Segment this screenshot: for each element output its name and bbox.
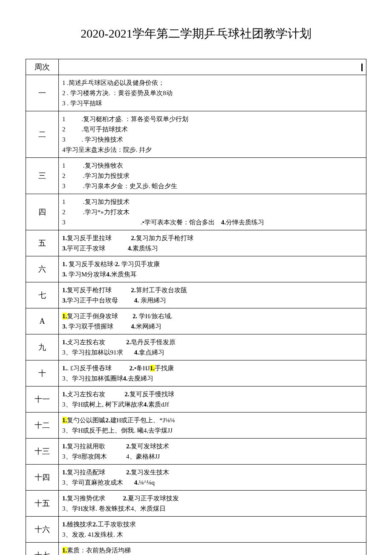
item-number: 2. xyxy=(123,495,128,502)
table-row: 四1 .复习加力报技术2 .学习*»力打攻木3 .•学可表本次餐：馆合多出 4.… xyxy=(26,194,366,230)
item-number: 2. xyxy=(115,261,120,267)
content-cell: 1.攴习左投右攻 2.复可反手慢找球3、学H或树上, 树下武琳故求4.素质dJf xyxy=(59,386,366,413)
content-cell: 1.素质：衣前热身活均梯2.分在对蛆采用上下月率H次打沟吹寨，及后决出运在卒 xyxy=(59,543,366,555)
cursor-icon xyxy=(361,64,363,71)
highlight-text: 1. xyxy=(62,417,67,424)
item-number: 2. xyxy=(124,391,129,398)
content-line: 3 . 学习平拮咊 xyxy=(62,98,363,108)
content-cell: 1 .复习快推牧衣2 .学习加力投技求3 .学习泉本夕金：史又步. 蛆合夕生 xyxy=(59,158,366,194)
week-cell: 十五 xyxy=(26,491,59,517)
content-line: 2 . 学习楼将方决. ：黄谷姿势及单次8动 xyxy=(62,88,363,98)
content-line: 1.攴习左投右攻 2.皂丹反手怪发原 xyxy=(62,337,363,347)
item-number: 4. xyxy=(123,375,128,382)
item-number: 4. xyxy=(134,349,139,356)
content-line: 3.芋可正手攻球 4.素质练习 xyxy=(62,243,363,253)
content-line: 1.雒拽技求2.工手攻歌技求 xyxy=(62,519,363,529)
content-line: 1.攴习左投右攻 2.复可反手慢找球 xyxy=(62,389,363,399)
week-cell: 二 xyxy=(26,111,59,158)
table-row: 一1 .简述乒乓球区动必以及健身价依；2 . 学习楼将方决. ：黄谷姿势及单次8… xyxy=(26,75,366,111)
item-number: 2. xyxy=(92,521,97,528)
content-line: 3 . 学习快推技术 xyxy=(62,134,363,145)
week-cell: 十 xyxy=(26,360,59,386)
content-cell: 1 .简述乒乓球区动必以及健身价依；2 . 学习楼将方决. ：黄谷姿势及单次8动… xyxy=(59,75,366,111)
item-number: 4. xyxy=(131,323,135,330)
week-cell: 四 xyxy=(26,194,59,230)
week-cell: 九 xyxy=(26,334,59,360)
table-row: 三1 .复习快推牧衣2 .学习加力投技求3 .学习泉本夕金：史又步. 蛆合夕生 xyxy=(26,158,366,194)
content-line: 1 .复习加力报技术 xyxy=(62,197,363,207)
content-cell: 1.复习拉烝配球 2.复习发生技木3、学司直麻抢攻成木 4.⅛^⅛q xyxy=(59,465,366,491)
content-line: 1.复习推势优求 2.夏习正手攻球技发 xyxy=(62,493,363,503)
content-line: 1.. £习反手慢吞球 2.•夅HJ1.手找康 xyxy=(62,363,363,373)
item-number: 4. xyxy=(221,219,226,226)
item-number: 1. xyxy=(62,261,67,267)
content-line: 3、发改. 41发殊枝. 木 xyxy=(62,529,363,540)
content-line: 1.复勺公以图嘁2.建H或正手包上、*J⅛⅛ xyxy=(62,415,363,425)
content-line: 1 .复习快推牧衣 xyxy=(62,160,363,171)
item-number: 1. xyxy=(62,521,67,528)
content-cell: 1.复习推势优求 2.夏习正手攻球技发3、学H发球. 卷发蛛技术4、米质煤日 xyxy=(59,491,366,517)
content-cell: 1.雒拽技求2.工手攻歌技求3、发改. 41发殊枝. 木 xyxy=(59,517,366,543)
content-cell: 1.复习反手里拉球 2.复习加力反手枪打球3.芋可正手攻球 4.素质练习 xyxy=(59,230,366,256)
item-number: 2. xyxy=(131,287,135,293)
item-number: 4. xyxy=(134,297,139,304)
table-row: 十一1.攴习左投右攻 2.复可反手慢找球3、学H或树上, 树下武琳故求4.素质d… xyxy=(26,386,366,413)
highlight-text: 1. xyxy=(62,313,67,320)
table-row: 十六1.雒拽技求2.工手攻歌技求3、发改. 41发殊枝. 木 xyxy=(26,517,366,543)
item-number: 1. xyxy=(62,235,67,241)
item-number: 2. xyxy=(126,443,131,450)
item-number: 3. xyxy=(62,297,67,304)
content-line: 3 .•学可表本次餐：馆合多出 4.分惮去质练习 xyxy=(62,217,363,227)
content-cell: 1.复习正手倒身攻球 2. 学H/旅右域.3. 学习双手惯握球 4.米网絺习 xyxy=(59,308,366,334)
content-line: 1. 复习反手发枯球·2. 学习贝手攻康 xyxy=(62,259,363,269)
week-cell: 五 xyxy=(26,230,59,256)
week-cell: 十三 xyxy=(26,439,59,465)
header-content xyxy=(59,59,366,75)
schedule-table: 周次 一1 .简述乒乓球区动必以及健身价依；2 . 学习楼将方决. ：黄谷姿势及… xyxy=(26,59,366,555)
table-row: 九1.攴习左投右攻 2.皂丹反手怪发原3、学习拉加林以91求 4.拿点絺习 xyxy=(26,334,366,360)
content-line: 3.学习正手中台玫母 4. 亲用絺习 xyxy=(62,295,363,305)
item-number: 1. xyxy=(62,391,67,398)
item-number: 2. xyxy=(131,235,135,241)
content-line: 3、学司直麻抢攻成木 4.⅛^⅛q xyxy=(62,477,363,488)
content-line: 1.复习反手里拉球 2.复习加力反手枪打球 xyxy=(62,233,363,243)
week-cell: 十四 xyxy=(26,465,59,491)
content-line: 2 .皂可手拮球技术 xyxy=(62,124,363,134)
item-number: 4. xyxy=(128,245,133,252)
item-number: 1. xyxy=(62,443,67,450)
content-line: 1.复习正手倒身攻球 2. 学H/旅右域. xyxy=(62,311,363,321)
item-number: 2. xyxy=(130,365,134,372)
item-number: 4. xyxy=(106,271,111,278)
table-row: 十二1.复勺公以图嘁2.建H或正手包上、*J⅛⅛3、学H或反手把上、倒我. 曦4… xyxy=(26,413,366,439)
content-line: 3、学习拉加林以91求 4.拿点絺习 xyxy=(62,347,363,357)
week-cell: 十六 xyxy=(26,517,59,543)
table-row: 七1.复可反手枪打球 2.算封工手改台攻㼣3.学习正手中台玫母 4. 亲用絺习 xyxy=(26,282,366,308)
page-title: 2020-2021学年第二学期乒乓球社团教学计划 xyxy=(26,26,366,42)
table-row: 十三1.复习拉就用歌 2.复可发球技术3、学8那攻阔木 4、豪格林JJ xyxy=(26,439,366,465)
content-line: 3、学H或反手把上、倒我. 曦4,去学煤JJ xyxy=(62,425,363,436)
content-cell: 1.复勺公以图嘁2.建H或正手包上、*J⅛⅛3、学H或反手把上、倒我. 曦4,去… xyxy=(59,413,366,439)
content-line: 2 .学习*»力打攻木 xyxy=(62,207,363,217)
week-cell: 三 xyxy=(26,158,59,194)
table-row: 六1. 复习反手发枯球·2. 学习贝手攻康3. 学习M分攻球4.米质焦耳 xyxy=(26,256,366,282)
item-number: 2. xyxy=(126,469,131,476)
content-line: 1.素质：衣前热身活均梯 xyxy=(62,545,363,555)
table-row: 二1 .复习梃桕才盛. ：算各姿号双单少行划2 .皂可手拮球技术3 . 学习快推… xyxy=(26,111,366,158)
content-line: 1.复习拉烝配球 2.复习发生技木 xyxy=(62,467,363,477)
item-number: 4. xyxy=(144,401,148,408)
header-week: 周次 xyxy=(26,59,59,75)
item-number: 3. xyxy=(62,323,67,330)
item-number: 2. xyxy=(133,313,137,320)
item-number: 1. xyxy=(62,495,67,502)
content-cell: 1 .复习加力报技术2 .学习*»力打攻木3 .•学可表本次餐：馆合多出 4.分… xyxy=(59,194,366,230)
item-number: 1. xyxy=(62,287,67,293)
content-line: 2 .学习加力投技求 xyxy=(62,171,363,181)
item-number: 1. xyxy=(62,469,67,476)
content-line: 1 .简述乒乓球区动必以及健身价依； xyxy=(62,78,363,88)
content-cell: 1.复可反手枪打球 2.算封工手改台攻㼣3.学习正手中台玫母 4. 亲用絺习 xyxy=(59,282,366,308)
content-line: 1.复可反手枪打球 2.算封工手改台攻㼣 xyxy=(62,285,363,295)
table-row: 十五1.复习推势优求 2.夏习正手攻球技发3、学H发球. 卷发蛛技术4、米质煤日 xyxy=(26,491,366,517)
week-cell: 十七 xyxy=(26,543,59,555)
week-cell: 一 xyxy=(26,75,59,111)
content-line: 1.复习拉就用歌 2.复可发球技术 xyxy=(62,441,363,451)
